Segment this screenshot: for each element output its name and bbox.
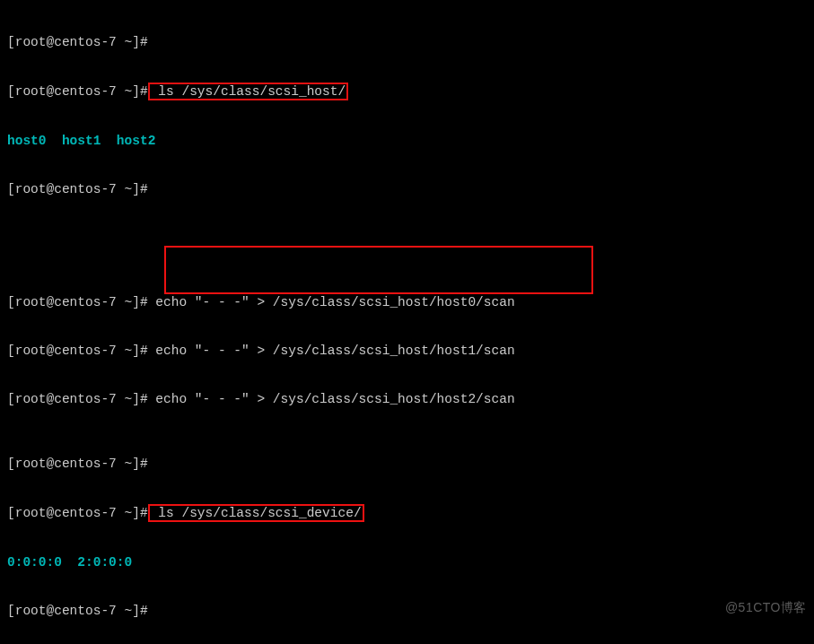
cmd-echo-host2: echo "- - -" > /sys/class/scsi_host/host… — [148, 392, 515, 406]
highlight-echo-scan-block — [164, 246, 593, 294]
prompt: [root@centos-7 ~]# — [7, 457, 148, 471]
prompt: [root@centos-7 ~]# — [7, 506, 148, 520]
prompt: [root@centos-7 ~]# — [7, 604, 148, 618]
prompt: [root@centos-7 ~]# — [7, 182, 148, 196]
cmd-echo-host0: echo "- - -" > /sys/class/scsi_host/host… — [148, 295, 515, 309]
prompt: [root@centos-7 ~]# — [7, 35, 148, 49]
prompt: [root@centos-7 ~]# — [7, 295, 148, 309]
prompt: [root@centos-7 ~]# — [7, 84, 148, 99]
prompt: [root@centos-7 ~]# — [7, 344, 148, 358]
highlight-ls-scsi-host: ls /sys/class/scsi_host/ — [148, 83, 349, 100]
prompt: [root@centos-7 ~]# — [7, 392, 148, 406]
output-devices: 0:0:0:0 2:0:0:0 — [7, 555, 132, 570]
terminal[interactable]: [root@centos-7 ~]# [root@centos-7 ~]# ls… — [0, 0, 814, 644]
cmd-echo-host1: echo "- - -" > /sys/class/scsi_host/host… — [148, 344, 515, 358]
watermark: @51CTO博客 — [725, 599, 807, 615]
output-hosts: host0 host1 host2 — [7, 134, 155, 148]
highlight-ls-scsi-device: ls /sys/class/scsi_device/ — [148, 504, 364, 522]
